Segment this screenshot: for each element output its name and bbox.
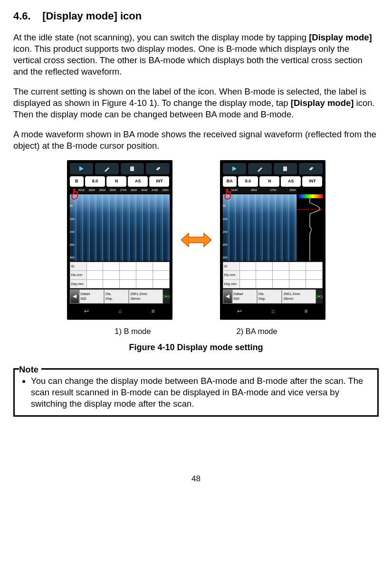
- scan-area: 50 100 150 200 250: [70, 194, 170, 261]
- recent-icon[interactable]: ≡: [152, 308, 155, 315]
- pill-row: B 8.0 N AS INT: [70, 176, 170, 187]
- scan-area: 50 100 150 200 250: [223, 194, 297, 261]
- svg-marker-9: [226, 295, 229, 298]
- svg-marker-4: [181, 233, 211, 247]
- signal-icon: ((●)): [163, 289, 170, 304]
- status-cell-1: Data4002: [232, 289, 257, 304]
- figure-row: B 8.0 N AS INT 3100 3000 2900 2800 2700 …: [13, 160, 379, 320]
- pointing-hand-icon: [223, 187, 236, 200]
- file-button[interactable]: [274, 163, 297, 174]
- a-mode-waveform: [296, 194, 323, 261]
- svg-marker-5: [232, 166, 237, 171]
- top-toolbar: [223, 163, 323, 174]
- settings-button[interactable]: [146, 163, 170, 174]
- note-block: Note You can change the display mode bet…: [13, 364, 379, 417]
- paragraph-2: The current setting is shown on the labe…: [13, 86, 379, 120]
- paragraph-1: At the idle state (not scanning), you ca…: [13, 32, 379, 77]
- x-ruler: 3100 2900 2700 2500: [230, 188, 297, 193]
- home-icon[interactable]: ⌂: [271, 308, 275, 315]
- pill-3[interactable]: N: [106, 176, 126, 187]
- bold-display-mode-1: [Display mode]: [309, 32, 372, 42]
- x-ruler: 3100 3000 2900 2800 2700 2600 2500 2400 …: [77, 188, 170, 193]
- data-grid: ID Dis.mm Dep.mm: [223, 262, 323, 288]
- status-cell-2: Dis.Dep.: [257, 289, 282, 304]
- status-cell-1: Data4002: [79, 289, 104, 304]
- display-mode-pill[interactable]: B: [70, 176, 84, 187]
- note-bullet: You can change the display mode between …: [31, 375, 371, 410]
- pill-5[interactable]: INT: [149, 176, 169, 187]
- y-ticks: 50 100 150 200 250: [223, 194, 229, 261]
- data-grid: ID Dis.mm Dep.mm: [70, 262, 170, 288]
- file-button[interactable]: [121, 163, 144, 174]
- paragraph-3: A mode waveform shown in BA mode shows t…: [13, 129, 379, 152]
- settings-button[interactable]: [299, 163, 323, 174]
- top-toolbar: [70, 163, 170, 174]
- figure-caption: Figure 4-10 Display mode setting: [13, 342, 379, 353]
- pill-row: BA 8.0 N AS INT: [223, 176, 323, 187]
- edit-button[interactable]: [95, 163, 119, 174]
- edit-button[interactable]: [248, 163, 272, 174]
- android-navbar: ↩ ⌂ ≡: [223, 306, 323, 317]
- double-arrow-icon: [181, 230, 211, 249]
- pill-3[interactable]: N: [259, 176, 279, 187]
- status-cell-2: Dis.Dep.: [104, 289, 129, 304]
- svg-rect-2: [131, 166, 134, 167]
- svg-marker-0: [79, 166, 84, 171]
- device-screenshot-ba-mode: BA 8.0 N AS INT 3100 2900 2700 2500 50 1…: [220, 160, 325, 320]
- display-mode-pill[interactable]: BA: [223, 176, 237, 187]
- pill-4[interactable]: AS: [128, 176, 148, 187]
- signal-icon: ((●)): [316, 289, 323, 304]
- section-heading: 4.6. [Display mode] icon: [13, 10, 379, 23]
- sub-captions: 1) B mode 2) BA mode: [13, 326, 379, 336]
- home-icon[interactable]: ⌂: [118, 308, 122, 315]
- status-bar: Data4002 Dis.Dep. 2961.2mm28mm ((●)): [223, 289, 323, 304]
- status-cell-3: 2961.2mm28mm: [129, 289, 163, 304]
- pill-2[interactable]: 8.0: [238, 176, 258, 187]
- recent-icon[interactable]: ≡: [305, 308, 308, 315]
- svg-rect-1: [130, 167, 134, 171]
- svg-marker-3: [73, 295, 76, 298]
- device-screenshot-b-mode: B 8.0 N AS INT 3100 3000 2900 2800 2700 …: [67, 160, 172, 320]
- pill-2[interactable]: 8.0: [85, 176, 105, 187]
- back-arrow-icon[interactable]: [223, 289, 232, 304]
- status-cell-3: 2961.2mm28mm: [282, 289, 316, 304]
- svg-rect-6: [283, 167, 287, 171]
- note-box: You can change the display mode between …: [13, 368, 379, 417]
- android-navbar: ↩ ⌂ ≡: [70, 306, 170, 317]
- play-button[interactable]: [223, 163, 247, 174]
- back-arrow-icon[interactable]: [70, 289, 79, 304]
- pointing-hand-icon: [70, 187, 83, 200]
- y-ticks: 50 100 150 200 250: [70, 194, 76, 261]
- play-button[interactable]: [70, 163, 94, 174]
- caption-left: 1) B mode: [115, 326, 151, 336]
- section-title: [Display mode] icon: [42, 10, 142, 22]
- section-number: 4.6.: [13, 10, 31, 22]
- back-icon[interactable]: ↩: [84, 308, 89, 315]
- bold-display-mode-2: [Display mode]: [291, 98, 354, 108]
- note-label: Note: [19, 364, 41, 375]
- color-scale-bar: [297, 194, 323, 198]
- pill-4[interactable]: AS: [281, 176, 301, 187]
- caption-right: 2) BA mode: [236, 326, 277, 336]
- status-bar: Data4002 Dis.Dep. 2961.2mm28mm ((●)): [70, 289, 170, 304]
- back-icon[interactable]: ↩: [237, 308, 242, 315]
- svg-rect-7: [284, 166, 287, 167]
- pill-5[interactable]: INT: [302, 176, 322, 187]
- page-number: 48: [13, 474, 379, 484]
